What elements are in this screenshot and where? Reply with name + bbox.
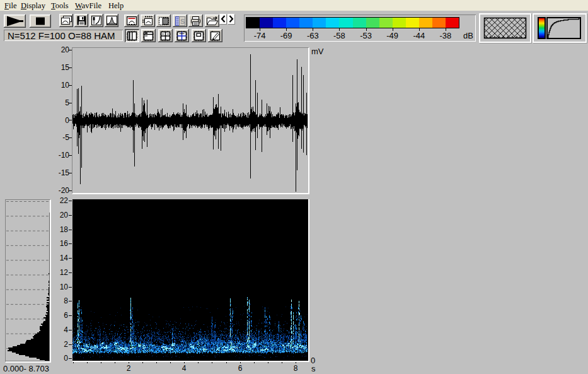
svg-text:S: S: [180, 18, 185, 25]
